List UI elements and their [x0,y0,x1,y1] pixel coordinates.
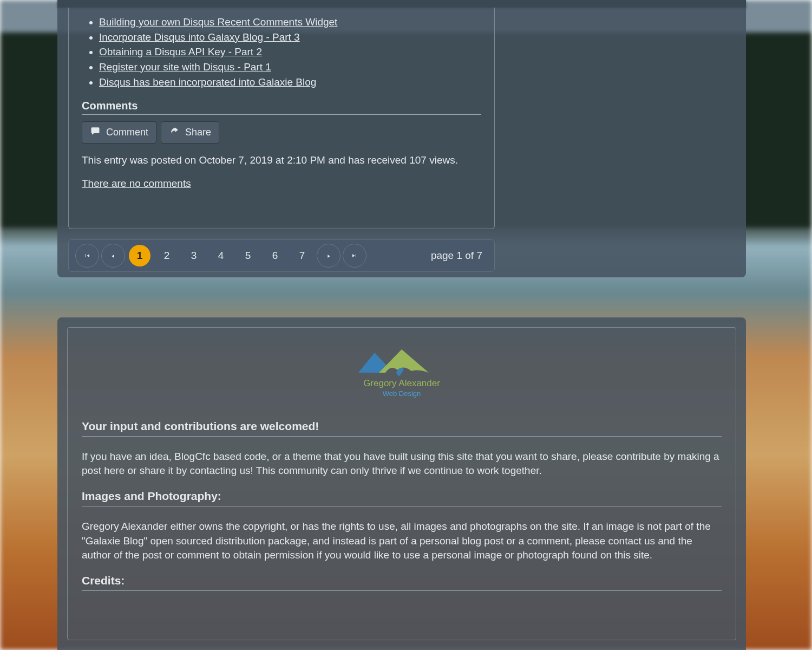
prev-page-button[interactable] [101,244,125,268]
next-page-button[interactable] [317,244,340,268]
post-panel: Building your own Disqus Recent Comments… [57,8,746,277]
last-page-button[interactable] [343,244,366,268]
skip-first-icon [84,250,90,262]
page-2[interactable]: 2 [156,245,178,266]
series-link[interactable]: Building your own Disqus Recent Comments… [99,16,337,28]
divider [82,436,722,437]
list-item: Incorporate Disqus into Galaxy Blog - Pa… [99,30,481,44]
input-welcome-body: If you have an idea, BlogCfc based code,… [82,450,722,478]
series-link[interactable]: Obtaining a Disqus API Key - Part 2 [99,46,262,57]
comment-button-label: Comment [106,127,148,138]
speech-bubble-icon [90,126,101,139]
entry-meta: This entry was posted on October 7, 2019… [82,153,472,168]
images-header: Images and Photography: [82,490,722,503]
footer-logo: Gregory Alexander Web Design [82,343,722,405]
comment-button[interactable]: Comment [82,121,156,144]
post-inner: Building your own Disqus Recent Comments… [68,8,495,229]
list-item: Obtaining a Disqus API Key - Part 2 [99,45,481,59]
footer-panel: Gregory Alexander Web Design Your input … [57,317,746,650]
share-button-label: Share [185,127,211,138]
comments-header: Comments [82,100,481,112]
series-link[interactable]: Register your site with Disqus - Part 1 [99,61,271,73]
divider [82,114,481,115]
caret-left-icon [110,250,116,262]
first-page-button[interactable] [75,244,99,268]
page-5[interactable]: 5 [237,245,259,266]
credits-header: Credits: [82,574,722,587]
caret-right-icon [326,250,331,262]
footer-inner: Gregory Alexander Web Design Your input … [67,327,736,640]
logo-sub-text: Web Design [383,389,421,398]
series-list: Building your own Disqus Recent Comments… [87,15,481,89]
share-arrow-icon [169,126,180,139]
series-link[interactable]: Disqus has been incorporated into Galaxi… [99,76,316,88]
no-comments-link[interactable]: There are no comments [82,178,191,190]
skip-last-icon [351,250,358,262]
series-link[interactable]: Incorporate Disqus into Galaxy Blog - Pa… [99,31,300,43]
list-item: Register your site with Disqus - Part 1 [99,60,481,74]
share-button[interactable]: Share [161,121,219,144]
pager-nav: 1 2 3 4 5 6 7 [75,244,366,268]
pager: 1 2 3 4 5 6 7 page 1 of 7 [68,239,495,272]
divider [82,590,722,591]
button-row: Comment Share [82,121,481,144]
top-bar [57,0,746,8]
list-item: Building your own Disqus Recent Comments… [99,15,481,29]
page-4[interactable]: 4 [210,245,232,266]
list-item: Disqus has been incorporated into Galaxi… [99,75,481,89]
page-1[interactable]: 1 [129,245,150,266]
divider [82,506,722,506]
page-3[interactable]: 3 [183,245,205,266]
logo-title-text: Gregory Alexander [363,378,440,388]
images-body: Gregory Alexander either owns the copyri… [82,519,722,562]
input-welcome-header: Your input and contributions are welcome… [82,420,722,433]
page-6[interactable]: 6 [264,245,286,266]
page-info: page 1 of 7 [431,250,488,262]
page-7[interactable]: 7 [291,245,313,266]
